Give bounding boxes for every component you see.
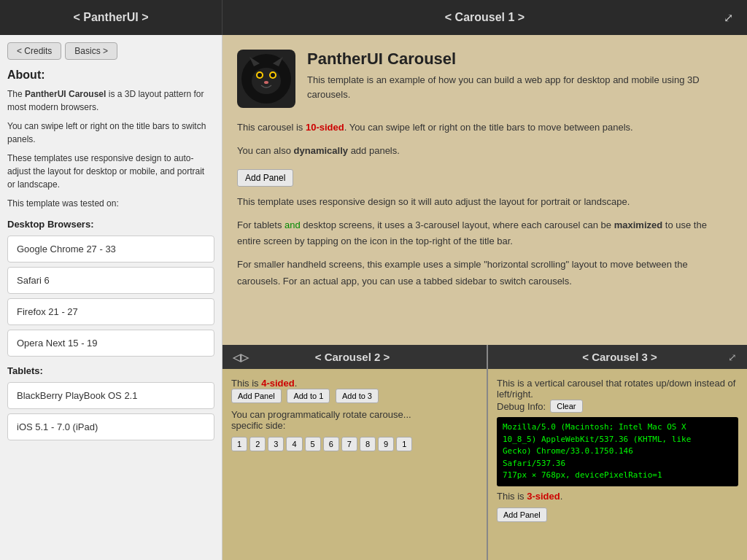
list-item: iOS 5.1 - 7.0 (iPad) <box>7 413 214 440</box>
expand-button[interactable]: ⤢ <box>716 6 740 29</box>
carousel-3-desc: This is a vertical carousel that rotates… <box>497 378 738 400</box>
bottom-carousels: ◁▷ < Carousel 2 > This is 4-sided. Add P… <box>222 345 747 560</box>
carousel-2-body: This is 4-sided. Add Panel Add to 1 Add … <box>222 369 487 560</box>
carousel-2-prog-text: You can programmatically rotate carouse.… <box>231 409 478 420</box>
body-10-sided: This carousel is 10-sided. You can swipe… <box>237 120 732 136</box>
panther-logo <box>237 50 295 108</box>
carousel-3-panel: < Carousel 3 > ⤢ This is a vertical caro… <box>488 345 747 560</box>
list-item: Safari 6 <box>7 267 214 294</box>
carousel-3-title: < Carousel 3 > <box>582 351 657 363</box>
body-responsive: This template uses responsive design so … <box>237 194 732 210</box>
num-4-btn[interactable]: 4 <box>286 437 302 451</box>
and-green: and <box>285 219 301 230</box>
svg-point-4 <box>258 73 262 77</box>
carousel-2-arrows-icon[interactable]: ◁▷ <box>228 351 253 363</box>
carousel-3-body: This is a vertical carousel that rotates… <box>488 369 747 560</box>
top-bar-left: — < PantherUI > <box>0 0 222 35</box>
debug-line-2: 10_8_5) AppleWebKit/537.36 (KHTML, like <box>503 434 732 446</box>
credits-button[interactable]: < Credits <box>7 42 61 60</box>
carousel-2-panel: ◁▷ < Carousel 2 > This is 4-sided. Add P… <box>222 345 488 560</box>
main-content: < Credits Basics > About: The PantherUI … <box>0 35 747 560</box>
3-sided-highlight: 3-sided <box>527 491 560 502</box>
carousel-3-add-panel: Add Panel <box>497 508 738 522</box>
num-7-btn[interactable]: 7 <box>341 437 357 451</box>
add-to-3-btn[interactable]: Add to 3 <box>336 389 379 403</box>
dynamically-bold: dynamically <box>294 145 348 156</box>
carousel-2-title: < Carousel 2 > <box>315 351 390 363</box>
top-bar: — < PantherUI > < Carousel 1 > ⤢ <box>0 0 747 35</box>
about-para-1: The PantherUI Carousel is a 3D layout pa… <box>7 88 214 114</box>
add-panel-btn-2[interactable]: Add Panel <box>231 389 282 403</box>
debug-line-3: Gecko) Chrome/33.0.1750.146 <box>503 446 732 458</box>
debug-line-5: 717px × 768px, devicePixelRatio=1 <box>503 470 732 482</box>
num-8-btn[interactable]: 8 <box>360 437 376 451</box>
carousel-2-specific: specific side: <box>231 420 478 431</box>
sidebar-nav: < Credits Basics > <box>7 42 214 60</box>
num-1-btn[interactable]: 1 <box>231 437 247 451</box>
num-3-btn[interactable]: 3 <box>268 437 284 451</box>
num-10-btn[interactable]: 1 <box>396 437 412 451</box>
sided-prefix: This is <box>231 378 261 389</box>
number-row: 1 2 3 4 5 6 7 8 9 1 <box>231 437 478 451</box>
body-dynamically: You can also dynamically add panels. <box>237 143 732 159</box>
desktop-browsers-title: Desktop Browsers: <box>7 219 214 230</box>
list-item: Google Chrome 27 - 33 <box>7 236 214 262</box>
debug-info-row: Debug Info: Clear <box>497 400 738 413</box>
about-para-4: This template was tested on: <box>7 197 214 210</box>
list-item: BlackBerry PlayBook OS 2.1 <box>7 382 214 409</box>
panther-svg <box>241 53 292 104</box>
add-panel-button[interactable]: Add Panel <box>237 169 293 187</box>
about-title: About: <box>7 69 214 82</box>
debug-label: Debug Info: <box>497 401 546 412</box>
about-para-2: You can swipe left or right on the title… <box>7 120 214 146</box>
num-5-btn[interactable]: 5 <box>305 437 321 451</box>
svg-point-5 <box>271 73 275 77</box>
debug-line-4: Safari/537.36 <box>503 458 732 470</box>
num-9-btn[interactable]: 9 <box>378 437 394 451</box>
clear-button[interactable]: Clear <box>550 400 582 413</box>
sided-highlight: 10-sided <box>306 122 344 133</box>
add-to-1-btn[interactable]: Add to 1 <box>287 389 330 403</box>
num-2-btn[interactable]: 2 <box>249 437 266 451</box>
about-para-3: These templates use responsive design to… <box>7 152 214 191</box>
carousel-1-body: This carousel is 10-sided. You can swipe… <box>237 120 732 289</box>
expand-icon: ⤢ <box>724 11 733 25</box>
num-6-btn[interactable]: 6 <box>323 437 339 451</box>
maximized-bold: maximized <box>614 219 662 230</box>
add-panel-btn-3[interactable]: Add Panel <box>497 508 547 522</box>
debug-line-1: Mozilla/5.0 (Macintosh; Intel Mac OS X <box>503 421 732 434</box>
right-area: PantherUI Carousel This template is an e… <box>222 35 747 560</box>
sidebar: < Credits Basics > About: The PantherUI … <box>0 35 222 560</box>
list-item: Firefox 21 - 27 <box>7 298 214 325</box>
basics-button[interactable]: Basics > <box>65 42 117 60</box>
list-item: Opera Next 15 - 19 <box>7 330 214 357</box>
carousel-1-title: < Carousel 1 > <box>445 11 525 24</box>
panther-ui-title: < PantherUI > <box>73 11 148 24</box>
body-handheld: For smaller handheld screens, this examp… <box>237 257 732 289</box>
carousel-1-heading: PantherUI Carousel <box>307 50 732 69</box>
tablets-title: Tablets: <box>7 365 214 376</box>
carousel-2-left-icons: ◁▷ <box>228 351 253 363</box>
panther-ui-bold: PantherUI Carousel <box>25 89 106 99</box>
top-bar-center: < Carousel 1 > ⤢ <box>222 11 747 24</box>
carousel-1-panel: PantherUI Carousel This template is an e… <box>222 35 747 345</box>
carousel-header: PantherUI Carousel This template is an e… <box>237 50 732 108</box>
svg-point-6 <box>264 81 268 84</box>
body-tablets: For tablets and desktop screens, it uses… <box>237 217 732 249</box>
carousel-3-header[interactable]: < Carousel 3 > ⤢ <box>488 345 747 369</box>
carousel-header-text: PantherUI Carousel This template is an e… <box>307 50 732 101</box>
carousel-1-desc: This template is an example of how you c… <box>307 73 732 101</box>
4-sided-highlight: 4-sided <box>261 378 295 389</box>
carousel-2-sided: This is 4-sided. <box>231 378 478 389</box>
carousel-3-sided: This is 3-sided. <box>497 491 738 502</box>
debug-terminal: Mozilla/5.0 (Macintosh; Intel Mac OS X 1… <box>497 417 738 486</box>
carousel-2-buttons: Add Panel Add to 1 Add to 3 <box>231 389 478 403</box>
carousel-2-header[interactable]: ◁▷ < Carousel 2 > <box>222 345 487 369</box>
carousel-3-expand-button[interactable]: ⤢ <box>724 351 741 363</box>
